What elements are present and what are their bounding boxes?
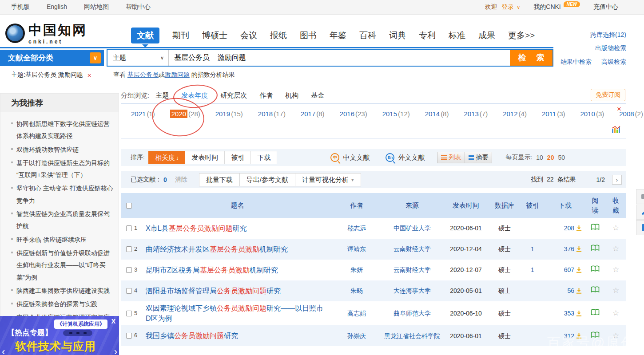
row-checkbox[interactable]	[126, 225, 132, 231]
read-book-icon[interactable]	[591, 245, 600, 251]
recharge-link[interactable]: 充值中心	[593, 3, 618, 11]
nav-item-百科[interactable]: 百科	[359, 30, 376, 41]
feedback-bubble-icon[interactable]	[636, 189, 644, 204]
nav-item-期刊[interactable]: 期刊	[172, 30, 189, 41]
category-select-button[interactable]: 文献全部分类 ∨	[0, 50, 104, 66]
download-icon[interactable]	[576, 310, 582, 317]
tool-button-0[interactable]: 批量下载	[199, 173, 240, 186]
year-facet-2013[interactable]: 2013(7)	[464, 110, 488, 118]
source-link[interactable]: 大连海事大学	[394, 287, 431, 294]
list-view-button[interactable]: 列表	[437, 152, 465, 163]
banner-prev-icon[interactable]: ‹	[2, 346, 5, 355]
topbar-link[interactable]: 手机版	[11, 3, 30, 11]
cited-count[interactable]: 1	[520, 243, 545, 255]
author-link[interactable]: 孙崇庆	[347, 332, 366, 339]
download-count[interactable]: 376	[545, 243, 585, 255]
year-panel-close-icon[interactable]: ×	[617, 105, 621, 114]
author-link[interactable]: 嵇志远	[347, 225, 366, 232]
edit-pencil-icon[interactable]	[636, 205, 644, 220]
abstract-view-button[interactable]: 摘要	[465, 152, 492, 163]
free-subscribe-button[interactable]: 免费订阅	[591, 89, 625, 101]
year-facet-2010[interactable]: 2010(3)	[580, 110, 604, 118]
sort-option-相关度[interactable]: 相关度↓	[148, 151, 186, 164]
nav-item-成果[interactable]: 成果	[478, 30, 495, 41]
index-analysis-term1-link[interactable]: 基层公务员	[127, 71, 159, 78]
group-browse-作者[interactable]: 作者	[259, 91, 273, 100]
tool-button-1[interactable]: 导出/参考文献	[240, 173, 295, 186]
nav-item-专利[interactable]: 专利	[419, 30, 436, 41]
read-book-icon[interactable]	[591, 224, 600, 230]
source-link[interactable]: 中国矿业大学	[394, 225, 431, 232]
chinese-literature-toggle[interactable]: 中 中文文献	[330, 153, 370, 162]
clear-selection-link[interactable]: 清除	[175, 176, 187, 184]
topbar-link[interactable]: 帮助中心	[126, 3, 151, 11]
cited-count[interactable]: 1	[520, 264, 545, 276]
recommended-article-link[interactable]: 陕西建工集团数字供应链建设实践	[11, 285, 113, 297]
index-analysis-term2-link[interactable]: 激励问题	[165, 71, 190, 78]
row-checkbox[interactable]	[126, 267, 132, 273]
topbar-link[interactable]: English	[47, 3, 67, 11]
download-icon[interactable]	[576, 288, 582, 294]
recommended-article-link[interactable]: 坚守初心 主动变革 打造供应链核心竞争力	[11, 182, 113, 207]
year-facet-2017[interactable]: 2017(8)	[301, 110, 325, 118]
nav-item-报纸[interactable]: 报纸	[270, 30, 287, 41]
sort-option-被引[interactable]: 被引	[225, 151, 251, 164]
nav-item-图书[interactable]: 图书	[300, 30, 317, 41]
row-checkbox[interactable]	[126, 288, 132, 294]
year-facet-2019[interactable]: 2019(15)	[215, 110, 243, 118]
year-facet-2015[interactable]: 2015(12)	[382, 110, 410, 118]
download-count[interactable]: 353	[545, 307, 585, 320]
favorite-star-icon[interactable]: ☆	[605, 242, 626, 256]
search-button[interactable]: 检 索	[510, 50, 553, 66]
category-chevron-down-icon[interactable]: ∨	[90, 52, 101, 63]
article-title-link[interactable]: 曲靖经济技术开发区基层公务员激励机制研究	[143, 242, 332, 256]
author-link[interactable]: 谭靖东	[347, 245, 366, 252]
nav-item-标准[interactable]: 标准	[449, 30, 465, 41]
metrics-chart-icon[interactable]	[612, 126, 620, 135]
banner-next-icon[interactable]: ›	[114, 346, 117, 355]
read-book-icon[interactable]	[591, 331, 600, 338]
read-online-button[interactable]	[585, 307, 605, 320]
search-input[interactable]	[169, 50, 510, 66]
article-title-link[interactable]: 双因素理论视域下乡镇公务员激励问题研究——以日照市D区为例	[143, 301, 332, 325]
nav-item-年鉴[interactable]: 年鉴	[330, 30, 346, 41]
select-all-checkbox[interactable]	[126, 203, 132, 209]
advanced-search-link[interactable]: 高级检索	[601, 58, 626, 65]
topbar-link[interactable]: 网站地图	[84, 3, 109, 11]
publication-search-link[interactable]: 出版物检索	[595, 44, 626, 52]
source-link[interactable]: 黑龙江省社会科学院	[384, 332, 440, 339]
group-browse-发表年度[interactable]: 发表年度	[181, 91, 208, 100]
read-book-icon[interactable]	[591, 286, 600, 293]
source-link[interactable]: 云南财经大学	[394, 266, 431, 273]
cnki-logo[interactable]: 中国知网 cnki.net	[5, 21, 87, 45]
per-page-50[interactable]: 50	[558, 154, 565, 161]
recommended-article-link[interactable]: 供应链采购整合的探索与实践	[11, 298, 113, 310]
panel-toggle-icon[interactable]	[636, 220, 644, 235]
favorite-star-icon[interactable]: ☆	[605, 221, 626, 236]
year-facet-2008[interactable]: 2008(2)	[619, 110, 643, 118]
year-facet-2020[interactable]: 2020(28)	[170, 110, 200, 118]
year-facet-2011[interactable]: 2011(3)	[542, 110, 565, 118]
download-icon[interactable]	[576, 267, 582, 273]
read-online-button[interactable]	[585, 222, 605, 234]
foreign-literature-toggle[interactable]: En 外文文献	[386, 153, 425, 162]
group-browse-机构[interactable]: 机构	[285, 91, 298, 100]
article-title-link[interactable]: 昆明市Z区税务局基层公务员激励机制研究	[143, 263, 332, 277]
read-online-button[interactable]	[585, 330, 605, 342]
nav-item-词典[interactable]: 词典	[389, 30, 406, 41]
download-count[interactable]: 312	[545, 330, 585, 342]
per-page-20[interactable]: 20	[547, 154, 554, 161]
banner-close-icon[interactable]: X	[111, 318, 115, 325]
year-facet-2014[interactable]: 2014(8)	[425, 110, 449, 118]
recommended-article-link[interactable]: 旺季来临 供应链继续承压	[11, 234, 113, 246]
download-icon[interactable]	[576, 225, 582, 232]
recommended-article-link[interactable]: 供应链创新与价值链升级联动促进生鲜电商行业发展——以“叮咚买菜”为例	[11, 247, 113, 284]
year-facet-2021[interactable]: 2021(1)	[131, 110, 155, 118]
sort-option-发表时间[interactable]: 发表时间	[185, 151, 225, 164]
search-field-select[interactable]: 主题 ∨	[107, 50, 169, 66]
favorite-star-icon[interactable]: ☆	[605, 263, 626, 277]
sort-option-下载[interactable]: 下载	[251, 151, 277, 164]
per-page-10[interactable]: 10	[536, 154, 543, 161]
row-checkbox[interactable]	[126, 311, 132, 316]
search-in-results-link[interactable]: 结果中检索	[561, 58, 592, 65]
